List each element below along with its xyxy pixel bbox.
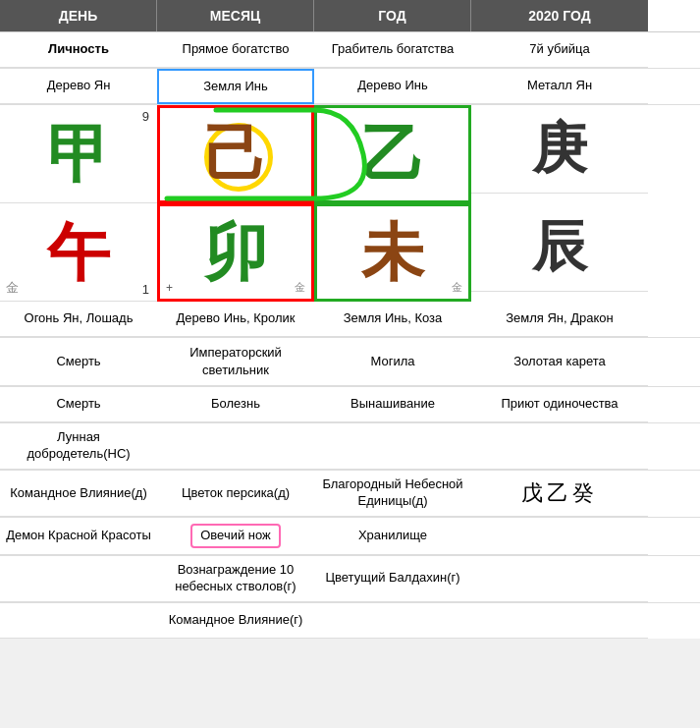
day-stem-num: 9 (142, 109, 149, 124)
row-elements: Дерево Ян Земля Инь Дерево Инь Металл Ян (0, 69, 700, 105)
year-bottom3: Цветущий Балдахин(г) (314, 556, 471, 602)
month-star2: Болезнь (157, 387, 314, 422)
year-element: Дерево Инь (314, 69, 471, 104)
year2020-bottom-chars: 戊乙癸 (471, 471, 648, 517)
day-star1: Смерть (0, 338, 157, 386)
year-pillar-name: Грабитель богатства (314, 32, 471, 68)
year2020-branch-char: 辰 (532, 210, 587, 285)
day-bottom4 (0, 603, 157, 639)
header-year2020: 2020 ГОД (471, 0, 648, 31)
month-branch-plus: + (166, 281, 173, 295)
month-stem-char: 己 (204, 123, 267, 186)
year2020-empty (471, 423, 648, 470)
month-stem-cell: 己 (157, 105, 314, 203)
year-branch-cell: 未 金 (314, 203, 471, 302)
month-branch-char: 卯 (204, 221, 267, 284)
month-star1: Императорский светильник (157, 338, 314, 386)
year-stem-cell: 乙 (314, 105, 471, 203)
year-branch-sub: 金 (452, 280, 462, 295)
month-branch-sub: 金 (295, 280, 305, 295)
day-element: Дерево Ян (0, 69, 157, 104)
year-bottom1: Благородный Небесной Единицы(д) (314, 471, 471, 517)
month-bottom2-pink: Овечий нож (190, 524, 281, 548)
row-pillar-names: Личность Прямое богатство Грабитель бога… (0, 32, 700, 69)
day-branch-sub: 金 (6, 279, 19, 297)
main-container: ДЕНЬ МЕСЯЦ ГОД 2020 ГОД Личность Прямое … (0, 0, 700, 639)
month-bottom1: Цветок персика(д) (157, 471, 314, 517)
header-day: ДЕНЬ (0, 0, 157, 31)
day-pillar-name: Личность (0, 32, 157, 68)
year-star1: Могила (314, 338, 471, 386)
day-star2: Смерть (0, 387, 157, 422)
year2020-special1: Золотая карета (471, 338, 648, 386)
row-bottom3: Вознаграждение 10 небесных стволов(г) Цв… (0, 556, 700, 603)
year2020-star1: 7й убийца (471, 32, 648, 68)
row-stars1: Смерть Императорский светильник Могила З… (0, 338, 700, 387)
month-bottom3: Вознаграждение 10 небесных стволов(г) (157, 556, 314, 602)
row-stems: 9 甲 己 乙 庚 (0, 105, 700, 203)
year-bottom4 (314, 603, 471, 639)
day-branch-cell: 午 金 1 (0, 203, 157, 302)
year-branch-char: 未 (361, 221, 424, 284)
month-bottom2: Овечий нож (157, 518, 314, 555)
row-pillar-desc: Огонь Ян, Лошадь Дерево Инь, Кролик Земл… (0, 302, 700, 338)
row-stars3: Лунная добродетель(НС) (0, 423, 700, 471)
day-pillar-desc: Огонь Ян, Лошадь (0, 302, 157, 337)
year-stem-char: 乙 (361, 123, 424, 186)
day-bottom1: Командное Влияние(д) (0, 471, 157, 517)
day-stem-cell: 9 甲 (0, 105, 157, 203)
month-pillar-name: Прямое богатство (157, 32, 314, 68)
year-pillar-desc: Земля Инь, Коза (314, 302, 471, 337)
row-bottom4: Командное Влияние(г) (0, 603, 700, 639)
day-bottom2: Демон Красной Красоты (0, 518, 157, 555)
month-branch-cell: 卯 + 金 (157, 203, 314, 302)
month-element: Земля Инь (157, 69, 314, 104)
year2020-stem-char: 庚 (532, 112, 587, 187)
day-branch-char: 午 (47, 221, 110, 284)
year2020-branch-cell: 辰 (471, 203, 648, 292)
month-pillar-desc: Дерево Инь, Кролик (157, 302, 314, 337)
month-star3 (157, 423, 314, 470)
year-star3 (314, 423, 471, 470)
row-stars2: Смерть Болезнь Вынашивание Приют одиноче… (0, 387, 700, 423)
header-month: МЕСЯЦ (157, 0, 314, 31)
month-bottom4: Командное Влияние(г) (157, 603, 314, 639)
year2020-stem-cell: 庚 (471, 105, 648, 194)
row-branches: 午 金 1 卯 + 金 未 金 辰 (0, 203, 700, 302)
year2020-branch-desc: Земля Ян, Дракон (471, 302, 648, 337)
day-stem-char: 甲 (47, 123, 110, 186)
year-star2: Вынашивание (314, 387, 471, 422)
day-star3: Лунная добродетель(НС) (0, 423, 157, 470)
day-bottom3 (0, 556, 157, 602)
year2020-bottom2 (471, 518, 648, 555)
header-year: ГОД (314, 0, 471, 31)
row-bottom2: Демон Красной Красоты Овечий нож Хранили… (0, 518, 700, 556)
year2020-bottom4 (471, 603, 648, 639)
header-row: ДЕНЬ МЕСЯЦ ГОД 2020 ГОД (0, 0, 700, 32)
year2020-star2: Металл Ян (471, 69, 648, 104)
row-bottom1: Командное Влияние(д) Цветок персика(д) Б… (0, 471, 700, 518)
day-branch-num: 1 (142, 282, 149, 297)
year-bottom2: Хранилище (314, 518, 471, 555)
year2020-special2: Приют одиночества (471, 387, 648, 422)
year2020-bottom3 (471, 556, 648, 602)
